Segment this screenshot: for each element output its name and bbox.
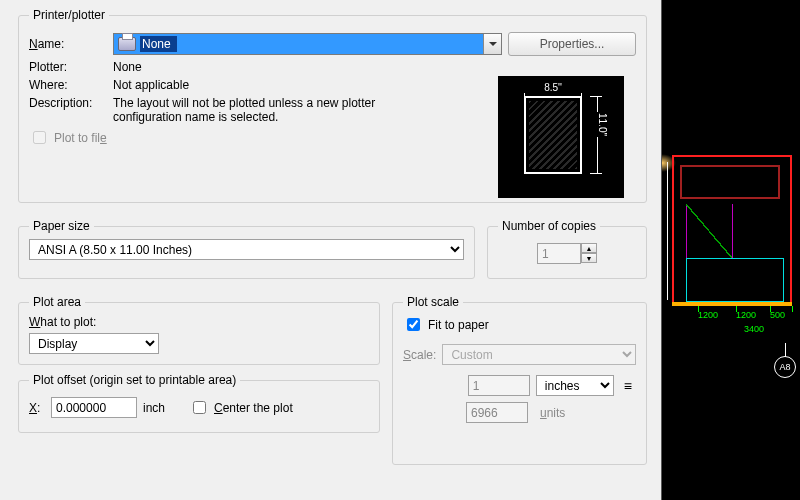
plotter-name-dropdown[interactable]: None bbox=[113, 33, 502, 55]
paper-size-legend: Paper size bbox=[29, 219, 94, 233]
cad-dim-3: 500 bbox=[770, 310, 785, 320]
copies-legend: Number of copies bbox=[498, 219, 600, 233]
properties-button[interactable]: Properties... bbox=[508, 32, 636, 56]
paper-size-group: Paper size ANSI A (8.50 x 11.00 Inches) bbox=[18, 219, 475, 279]
plot-offset-legend: Plot offset (origin set to printable are… bbox=[29, 373, 240, 387]
scale-unit-dropdown[interactable]: inches bbox=[536, 375, 614, 396]
plot-dialog: Printer/plotter Name: None Properties...… bbox=[0, 0, 662, 500]
paper-preview: 8.5'' 11.0'' bbox=[498, 76, 624, 198]
offset-x-unit: inch bbox=[143, 401, 183, 415]
plotter-name-value: None bbox=[140, 36, 177, 52]
plotter-value: None bbox=[113, 60, 142, 74]
cad-grid-marker: A8 bbox=[774, 356, 796, 378]
cad-dim-4: 3400 bbox=[744, 324, 764, 334]
what-to-plot-label: What to plot: bbox=[29, 315, 369, 329]
plot-offset-group: Plot offset (origin set to printable are… bbox=[18, 373, 380, 433]
paper-size-dropdown[interactable]: ANSI A (8.50 x 11.00 Inches) bbox=[29, 239, 464, 260]
cad-dim-1: 1200 bbox=[698, 310, 718, 320]
copies-group: Number of copies ▲ ▼ bbox=[487, 219, 647, 279]
center-plot-input[interactable] bbox=[193, 401, 206, 414]
copies-down: ▼ bbox=[581, 253, 597, 263]
where-value: Not applicable bbox=[113, 78, 189, 92]
printer-plotter-group: Printer/plotter Name: None Properties...… bbox=[18, 8, 647, 203]
fit-to-paper-input[interactable] bbox=[407, 318, 420, 331]
offset-x-input[interactable] bbox=[51, 397, 137, 418]
preview-height: 11.0'' bbox=[597, 112, 608, 137]
plot-area-group: Plot area What to plot: Display bbox=[18, 295, 380, 365]
scale-denominator-input bbox=[466, 402, 528, 423]
copies-input bbox=[537, 243, 581, 264]
printer-icon bbox=[118, 37, 136, 51]
preview-width: 8.5'' bbox=[520, 82, 586, 93]
description-label: Description: bbox=[29, 96, 107, 110]
plot-to-file-checkbox: Plot to file bbox=[29, 128, 107, 147]
chevron-down-icon[interactable] bbox=[483, 34, 501, 54]
name-label: Name: bbox=[29, 37, 107, 51]
cad-canvas: 1200 1200 500 3400 A8 bbox=[662, 0, 800, 500]
where-label: Where: bbox=[29, 78, 107, 92]
plot-scale-legend: Plot scale bbox=[403, 295, 463, 309]
printer-legend: Printer/plotter bbox=[29, 8, 109, 22]
cad-dim-2: 1200 bbox=[736, 310, 756, 320]
scale-label: Scale: bbox=[403, 348, 436, 362]
fit-to-paper-checkbox[interactable]: Fit to paper bbox=[403, 315, 489, 334]
what-to-plot-dropdown[interactable]: Display bbox=[29, 333, 159, 354]
copies-up: ▲ bbox=[581, 243, 597, 253]
equals-icon: ≡ bbox=[620, 378, 636, 394]
scale-den-unit: units bbox=[534, 406, 612, 420]
scale-dropdown: Custom bbox=[442, 344, 636, 365]
plot-to-file-input bbox=[33, 131, 46, 144]
plotter-label: Plotter: bbox=[29, 60, 107, 74]
scale-numerator-input bbox=[468, 375, 530, 396]
center-plot-checkbox[interactable]: Center the plot bbox=[189, 398, 293, 417]
description-value: The layout will not be plotted unless a … bbox=[113, 96, 389, 124]
offset-x-label: X: bbox=[29, 401, 45, 415]
plot-scale-group: Plot scale Fit to paper Scale: Custom in… bbox=[392, 295, 647, 465]
plot-area-legend: Plot area bbox=[29, 295, 85, 309]
copies-stepper: ▲ ▼ bbox=[537, 243, 597, 264]
